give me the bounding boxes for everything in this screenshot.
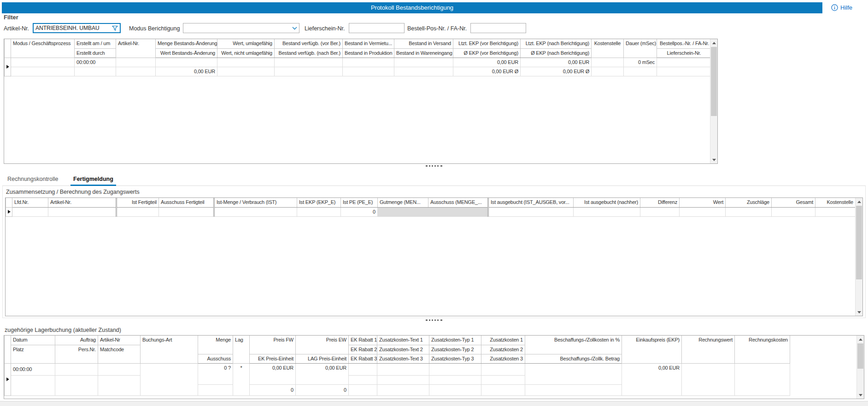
horizontal-scrollbar[interactable] — [0, 401, 868, 406]
cell-ek-rabatt-1[interactable] — [349, 363, 377, 375]
cell-kostenstelle-2[interactable] — [592, 67, 624, 76]
col-header-ek-rabatt-1[interactable]: EK Rabatt 1 — [349, 336, 377, 345]
col-header-lieferschein[interactable]: Lieferschein-Nr. — [657, 48, 711, 58]
col-header-wert-aenderung[interactable]: Wert Bestands-Änderung — [156, 48, 217, 58]
table-row[interactable]: 0 — [6, 207, 856, 216]
scroll-up-icon[interactable] — [856, 198, 862, 205]
col-header-artikel-nr[interactable]: Artikel-Nr — [98, 336, 141, 345]
cell-zusatzkosten-typ-2[interactable] — [429, 375, 481, 384]
col-header-lag[interactable]: Lag — [233, 336, 250, 363]
cell-bestand-wareneingang[interactable] — [394, 67, 453, 76]
cell-ausschuss[interactable] — [198, 384, 233, 395]
col-header-bestand-produktion[interactable]: Bestand in Produktion — [343, 48, 394, 58]
scroll-up-icon[interactable] — [857, 336, 864, 343]
cell-zusatzkosten-text-1[interactable] — [377, 363, 429, 375]
cell-buchungsart[interactable] — [141, 363, 198, 395]
col-header-zusatzkosten-text-2[interactable]: Zusatzkosten-Text 2 — [377, 345, 429, 354]
cell-ltzt-ekp-vor[interactable]: 0,00 EUR — [453, 58, 521, 67]
lieferschein-nr-input-field[interactable] — [351, 25, 402, 31]
col-header-zusatzkosten-3[interactable]: Zusatzkosten 3 — [481, 354, 525, 363]
cell-ltzt-ekp-nach[interactable]: 0,00 EUR — [521, 58, 592, 67]
table-row[interactable]: 0,00 EUR 0,00 EUR Ø 0,00 EUR Ø — [5, 67, 712, 76]
cell-avg-ekp-vor[interactable]: 0,00 EUR Ø — [453, 67, 521, 76]
zusammensetzung-grid-vscrollbar[interactable] — [855, 198, 862, 316]
col-header-platz[interactable]: Platz — [11, 345, 55, 363]
cell-kostenstelle[interactable] — [815, 207, 856, 216]
cell-datum[interactable]: 00:00:00 — [11, 363, 55, 375]
cell-artikel-nr[interactable] — [98, 363, 141, 375]
scroll-down-icon[interactable] — [856, 308, 862, 316]
cell-ausschuss-fertigteil[interactable] — [159, 207, 214, 216]
cell-lag[interactable]: * — [233, 363, 250, 395]
table-row[interactable]: 00:00:00 0 ? * 0,00 EUR 0,00 EUR 0,00 EU… — [5, 363, 857, 375]
cell-wert-nicht-umlagefaehig[interactable] — [217, 67, 275, 76]
col-header-ltzt-ekp-vor[interactable]: Ltzt. EKP (vor Berichtigung) — [453, 39, 521, 48]
cell-zusatzkosten-text-2[interactable] — [377, 375, 429, 384]
row-selector[interactable] — [6, 207, 12, 216]
col-header-avg-ekp-nach[interactable]: Ø EKP (nach Berichtigung) — [521, 48, 592, 58]
scrollbar-thumb[interactable] — [856, 206, 862, 279]
table-row[interactable]: 00:00:00 0,00 EUR 0,00 EUR 0 mSec — [5, 58, 712, 67]
col-header-bestand-verf-nach[interactable]: Bestand verfügb. (nach Ber.) — [275, 48, 343, 58]
col-header-beschaffung-betrag[interactable]: Beschaffungs-/Zollk. Betrag — [525, 354, 622, 363]
cell-artikel-2[interactable] — [116, 67, 156, 76]
bestellpos-nr-input[interactable] — [470, 23, 526, 33]
cell-wert-umlagefaehig[interactable] — [217, 58, 275, 67]
col-header-artikel-nr[interactable]: Artikel-Nr. — [116, 39, 156, 58]
cell-rechnungskosten[interactable] — [735, 363, 790, 395]
cell-preis-ew[interactable]: 0,00 EUR — [296, 363, 349, 384]
scroll-down-icon[interactable] — [710, 156, 717, 163]
col-header-erstellt-am[interactable]: Erstellt am / um — [75, 39, 116, 48]
col-header-lag-preis-einheit[interactable]: LAG Preis-Einheit — [296, 354, 349, 363]
cell-einkaufspreis[interactable]: 0,00 EUR — [622, 363, 682, 395]
cell-modus[interactable] — [11, 58, 75, 67]
cell-persnr[interactable] — [55, 375, 98, 395]
col-header-bestand-versand[interactable]: Bestand in Versand — [394, 39, 453, 48]
col-header-zusatzkosten-typ-2[interactable]: Zusatzkosten-Typ 2 — [429, 345, 481, 354]
col-header-ist-menge[interactable]: Ist-Menge / Verbrauch (IST) — [214, 198, 297, 207]
cell-artikel-nr[interactable] — [48, 207, 117, 216]
cell-zusatzkosten-typ-3[interactable] — [429, 384, 481, 395]
tab-fertigmeldung[interactable]: Fertigmeldung — [70, 174, 116, 186]
cell-wert[interactable] — [680, 207, 726, 216]
cell-dauer-2[interactable] — [624, 67, 657, 76]
cell-avg-ekp-nach[interactable]: 0,00 EUR Ø — [521, 67, 592, 76]
col-header-zuschlaege[interactable]: Zuschläge — [726, 198, 772, 207]
cell-gesamt[interactable] — [772, 207, 815, 216]
help-link[interactable]: Hilfe — [831, 4, 852, 11]
cell-menge[interactable]: 0 ? — [198, 363, 233, 384]
col-header-artikel-nr[interactable]: Artikel-Nr. — [48, 198, 117, 207]
col-header-rechnungskosten[interactable]: Rechnungskosten — [735, 336, 790, 363]
col-header-menge[interactable]: Menge — [198, 336, 233, 354]
cell-kostenstelle[interactable] — [592, 58, 624, 67]
col-header-zusatzkosten-2[interactable]: Zusatzkosten 2 — [481, 345, 525, 354]
cell-erstellt-am[interactable]: 00:00:00 — [75, 58, 116, 67]
col-header-preis-fw[interactable]: Preis FW — [250, 336, 296, 354]
col-header-ist-ausgebucht-vor[interactable]: Ist ausgebucht (IST_AUSGEB, vor... — [488, 198, 574, 207]
cell-beschaffung-betrag[interactable] — [525, 384, 622, 395]
col-header-gesamt[interactable]: Gesamt — [772, 198, 815, 207]
cell-zusatzkosten-typ-1[interactable] — [429, 363, 481, 375]
cell-bestand-produktion[interactable] — [343, 67, 394, 76]
scrollbar-thumb[interactable] — [857, 343, 863, 369]
cell-beschaffung-prozent[interactable] — [525, 363, 622, 384]
col-header-ist-ausgebucht-nach[interactable]: Ist ausgebucht (nachher) — [574, 198, 640, 207]
cell-matchcode[interactable] — [98, 375, 141, 395]
col-header-erstellt-durch[interactable]: Erstellt durch — [75, 48, 116, 58]
col-header-rechnungswert[interactable]: Rechnungswert — [682, 336, 735, 363]
cell-bestand-verf-vor[interactable] — [275, 58, 343, 67]
col-header-bestand-verf-vor[interactable]: Bestand verfügb. (vor Ber.) — [275, 39, 343, 48]
scroll-up-icon[interactable] — [710, 39, 717, 46]
col-header-matchcode[interactable]: Matchcode — [98, 345, 141, 363]
row-selector[interactable] — [5, 363, 11, 395]
cell-lieferschein[interactable] — [657, 67, 711, 76]
col-header-avg-ekp-vor[interactable]: Ø EKP (vor Berichtigung) — [453, 48, 521, 58]
cell-modus-2[interactable] — [11, 67, 75, 76]
cell-ek-preis-einheit[interactable]: 0 — [250, 384, 296, 395]
cell-wert-aenderung[interactable]: 0,00 EUR — [156, 67, 217, 76]
col-header-ausschuss-fertigteil[interactable]: Ausschuss Fertigteil — [159, 198, 214, 207]
cell-bestand-versand[interactable] — [394, 58, 453, 67]
col-header-ek-rabatt-3[interactable]: EK Rabatt 3 — [349, 354, 377, 363]
filter-icon[interactable] — [112, 25, 118, 31]
cell-bestand-vermietung[interactable] — [343, 58, 394, 67]
